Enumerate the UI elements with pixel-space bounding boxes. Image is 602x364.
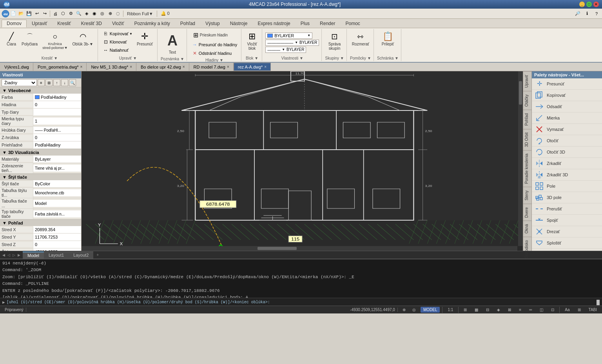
presunut-hladiny-button[interactable]: → Presunúť do hladiny	[190, 41, 239, 49]
tool-otocit[interactable]: Otočiť	[532, 135, 602, 147]
tool-drezat[interactable]: Drezať	[532, 226, 602, 237]
tab-nav-last[interactable]: ▶	[17, 253, 21, 257]
prop-hrubka-value[interactable]: —— PodľaHl...	[33, 127, 81, 134]
filter-btn-3[interactable]: ↑	[53, 79, 60, 86]
status-icon-2[interactable]: ◎	[410, 307, 418, 313]
prop-typ-tabulky-value[interactable]: Farba závislá n...	[33, 210, 81, 217]
ribbon-selector[interactable]: Ribbon Full▼	[125, 11, 156, 16]
minimize-button[interactable]: _	[579, 2, 585, 7]
tab-vystup[interactable]: Výstup	[200, 20, 225, 27]
ciara-button[interactable]: ╱ Čiara	[4, 30, 19, 47]
3d-button[interactable]: ⬡	[59, 10, 67, 18]
side-tab-dvere[interactable]: Dvere	[523, 204, 531, 221]
tab-pomoc[interactable]: Pomoc	[340, 20, 365, 27]
status-ortho-btn[interactable]: ⊟	[483, 307, 492, 313]
tab-rd[interactable]: RD model 7.dwg ×	[189, 63, 234, 71]
tab-bo-close[interactable]: ×	[183, 65, 185, 69]
filter-btn-4[interactable]: ↓	[61, 79, 68, 86]
prop-mierka-value[interactable]: 1	[33, 118, 81, 125]
rozmerat-button[interactable]: ⇿ Rozmerať	[350, 30, 371, 47]
tab-pohlad[interactable]: Pohľad	[175, 20, 200, 27]
tab-domov[interactable]: Domov	[2, 20, 27, 27]
status-anno-btn[interactable]: Aa	[562, 307, 572, 313]
side-tab-pohlad[interactable]: Pohľad	[523, 110, 531, 129]
prop-stred-x-value[interactable]: 20899.354	[33, 226, 81, 233]
side-tab-upravit[interactable]: Upraviť	[523, 71, 531, 91]
tab-vlozit[interactable]: Vložiť	[107, 20, 129, 27]
tab-render[interactable]: Render	[315, 20, 340, 27]
model-tab[interactable]: Model	[23, 252, 44, 259]
tab-rez[interactable]: rez A-A.dwg* ×	[234, 63, 271, 71]
status-trans-btn[interactable]: ◫	[537, 307, 546, 313]
tab-vykres1[interactable]: Výkres1.dwg	[0, 63, 33, 71]
prilepit-button[interactable]: 📋 Prilepiť	[380, 30, 396, 47]
prop-priehlad-value[interactable]: PodľaHladiny	[33, 141, 81, 148]
tool-3dpole[interactable]: 3D pole	[532, 192, 602, 203]
klonovanie-button[interactable]: ⊡ Klonovať	[101, 38, 134, 46]
prop-tabulka-styl-value[interactable]: Monochrome.ctb	[33, 189, 81, 196]
status-dyn-btn[interactable]: ≡	[516, 307, 524, 313]
side-tab-poradie[interactable]: Poradie kreslenia	[523, 150, 531, 187]
tool-splosit[interactable]: Sploštiť	[532, 237, 602, 249]
drawing-area[interactable]: 6878.6478 115 <koniec oblúka> + X Y 2,50…	[82, 71, 523, 251]
prop-sirka-value[interactable]: 47686.6555	[33, 248, 81, 251]
status-sel-btn[interactable]: ⊡	[548, 307, 557, 313]
section-view-header[interactable]: ▼ Pohľad	[0, 220, 81, 226]
filter-btn-2[interactable]: ⊞	[45, 79, 53, 86]
vscroll-thumb[interactable]	[519, 81, 522, 105]
misc-button[interactable]: ◈	[83, 10, 91, 18]
section-3d-viz-header[interactable]: ▼ 3D Vizualizácia	[0, 149, 81, 156]
save-file-button[interactable]: 💾	[25, 10, 33, 18]
natiahnut-button[interactable]: ↔ Natiahnuť	[101, 46, 134, 54]
side-tab-okna[interactable]: Okná	[523, 221, 531, 237]
undo-button[interactable]: ↩	[33, 10, 41, 18]
filter-btn-5[interactable]: 🔍	[69, 79, 76, 86]
tool-mierka[interactable]: Mierka	[532, 112, 602, 124]
bylayer-dropdown-3[interactable]: ——— ▼ BYLAYER	[265, 47, 306, 53]
tab-rez-close[interactable]: ×	[264, 65, 267, 69]
status-osnap-btn[interactable]: ⊠	[505, 307, 514, 313]
hscroll-thumb[interactable]	[257, 247, 297, 250]
prop-materialy-value[interactable]: ByLayer	[33, 156, 81, 163]
tool-pole[interactable]: Pole	[532, 181, 602, 192]
presunut-button[interactable]: ✛ Presunúť	[135, 30, 155, 47]
plot-button[interactable]: 🖨	[51, 10, 59, 18]
tool-zrkadlit3d[interactable]: 3D Zrkadliť 3D	[532, 169, 602, 181]
tool-prerusit[interactable]: Prerušiť	[532, 203, 602, 215]
status-model-btn[interactable]: MODEL	[421, 307, 440, 313]
tab-plus[interactable]: Plus	[296, 20, 315, 27]
tab-nav-next[interactable]: ▷	[12, 253, 16, 257]
bylayer-dropdown-2[interactable]: —————— ▼ BYLAYER	[265, 40, 319, 46]
status-polar-btn[interactable]: ◈	[494, 307, 503, 313]
tab-nev[interactable]: Nev M5_1 3D.dwg* ×	[87, 63, 136, 71]
tab-kreslit3d[interactable]: Kresliť 3D	[76, 20, 107, 27]
tool-zrkadlit[interactable]: Zrkadliť	[532, 158, 602, 169]
tab-nev-close[interactable]: ×	[130, 65, 132, 69]
status-snap-btn[interactable]: ⊞	[461, 307, 470, 313]
status-icon-1[interactable]: ⊕	[400, 307, 408, 313]
prieskum-button[interactable]: ⊞ Prieskum hladin	[190, 30, 230, 40]
layout2-tab[interactable]: Layout2	[69, 252, 93, 259]
section-style-header[interactable]: ▼ Štýl tlače	[0, 174, 81, 180]
tab-poznamky[interactable]: Poznámky a kóty	[129, 20, 175, 27]
help-search-button[interactable]: 🔍	[75, 10, 83, 18]
open-file-button[interactable]: 📂	[17, 10, 25, 18]
misc4-button[interactable]: ⊕	[106, 10, 114, 18]
text-button[interactable]: A Text	[163, 30, 182, 56]
status-scale-btn[interactable]: 1:1	[445, 307, 456, 313]
polycara-button[interactable]: ⌒ Polyčiara	[20, 30, 40, 47]
misc5-button[interactable]: ◌	[114, 10, 122, 18]
status-grid-btn[interactable]: ▦	[472, 307, 481, 313]
tab-upravit[interactable]: Upraviť	[27, 20, 52, 27]
obluc-button[interactable]: ◠ Oblúk 3b-▼	[71, 30, 95, 47]
prop-styl-tlace-value[interactable]: ByColor	[33, 180, 81, 187]
prop-stred-z-value[interactable]: 0	[33, 241, 81, 248]
kopirovat-sm-button[interactable]: ⎘ Kopírovať ▼	[101, 30, 134, 38]
tab-expres[interactable]: Expres nástroje	[252, 20, 295, 27]
tool-kopirovat[interactable]: Kopírovať	[532, 90, 602, 101]
new-file-button[interactable]: 📄	[9, 10, 17, 18]
settings-button[interactable]: ⚙	[67, 10, 75, 18]
tab-pcm[interactable]: Pcm_geometria.dwg* ×	[33, 63, 87, 71]
prop-typ-ciara-value[interactable]	[33, 109, 81, 116]
horizontal-scrollbar[interactable]	[82, 246, 517, 251]
